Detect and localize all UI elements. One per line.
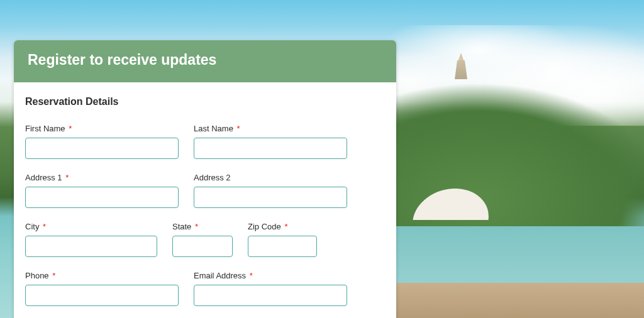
required-marker: *	[195, 222, 198, 231]
field-state: State *	[172, 222, 233, 257]
card-body: Reservation Details First Name * Last Na…	[14, 82, 396, 318]
address2-input[interactable]	[194, 187, 347, 208]
field-city: City *	[25, 222, 157, 257]
required-marker: *	[250, 271, 253, 280]
label-zip-text: Zip Code	[248, 222, 281, 231]
last-name-input[interactable]	[194, 138, 347, 159]
label-city-text: City	[25, 222, 39, 231]
row-address: Address 1 * Address 2	[25, 173, 385, 208]
field-address1: Address 1 *	[25, 173, 179, 208]
label-email: Email Address *	[194, 271, 347, 280]
label-address2-text: Address 2	[194, 173, 231, 182]
field-phone: Phone *	[25, 271, 179, 306]
field-email: Email Address *	[194, 271, 347, 306]
field-zip: Zip Code *	[248, 222, 317, 257]
phone-input[interactable]	[25, 285, 179, 306]
label-state: State *	[172, 222, 233, 231]
email-input[interactable]	[194, 285, 347, 306]
registration-card: Register to receive updates Reservation …	[14, 40, 396, 318]
zip-input[interactable]	[248, 236, 317, 257]
label-first-name: First Name *	[25, 124, 179, 133]
label-last-name-text: Last Name	[194, 124, 233, 133]
required-marker: *	[65, 173, 69, 182]
required-marker: *	[52, 271, 55, 280]
label-address2: Address 2	[194, 173, 347, 182]
required-marker: *	[284, 222, 287, 231]
bg-pagoda	[452, 53, 470, 83]
field-last-name: Last Name *	[194, 124, 347, 159]
label-first-name-text: First Name	[25, 124, 65, 133]
label-last-name: Last Name *	[194, 124, 347, 133]
label-city: City *	[25, 222, 157, 231]
label-email-text: Email Address	[194, 271, 246, 280]
bg-deck	[377, 283, 644, 318]
card-title: Register to receive updates	[28, 52, 216, 68]
label-address1: Address 1 *	[25, 173, 179, 182]
section-title: Reservation Details	[25, 96, 385, 107]
label-phone-text: Phone	[25, 271, 49, 280]
required-marker: *	[237, 124, 240, 133]
row-city-state-zip: City * State * Zip Code *	[25, 222, 385, 257]
label-zip: Zip Code *	[248, 222, 317, 231]
label-phone: Phone *	[25, 271, 179, 280]
required-marker: *	[43, 222, 46, 231]
city-input[interactable]	[25, 236, 157, 257]
required-marker: *	[69, 124, 72, 133]
row-contact: Phone * Email Address *	[25, 271, 385, 306]
first-name-input[interactable]	[25, 138, 179, 159]
bg-umbrella	[415, 189, 491, 233]
label-address1-text: Address 1	[25, 173, 62, 182]
label-state-text: State	[172, 222, 191, 231]
field-address2: Address 2	[194, 173, 347, 208]
card-header: Register to receive updates	[14, 40, 396, 82]
address1-input[interactable]	[25, 187, 179, 208]
field-first-name: First Name *	[25, 124, 179, 159]
state-input[interactable]	[172, 236, 233, 257]
row-name: First Name * Last Name *	[25, 124, 385, 159]
